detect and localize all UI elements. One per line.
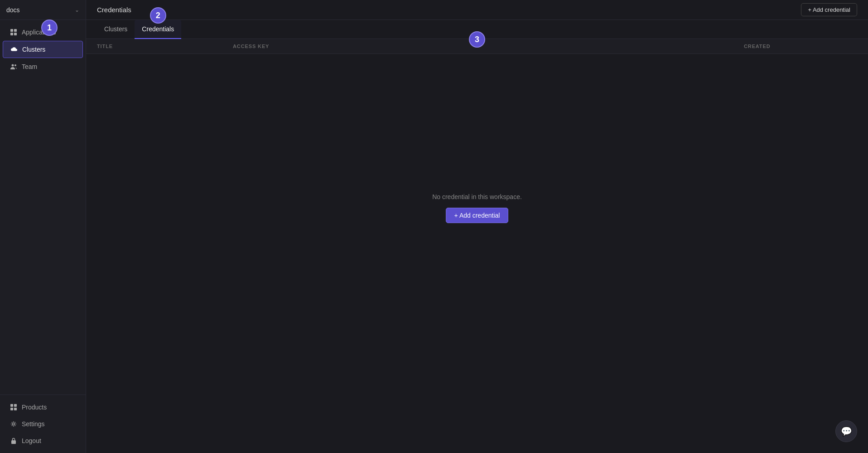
sidebar: docs ⌄ 1 Applications <box>0 0 86 453</box>
svg-rect-6 <box>10 404 13 407</box>
sidebar-bottom: Products Settings Logout <box>0 395 86 453</box>
sidebar-item-products[interactable]: Products <box>3 399 83 415</box>
svg-point-4 <box>12 64 14 67</box>
chat-button[interactable]: 💬 <box>835 420 857 442</box>
sidebar-item-settings-label: Settings <box>22 420 45 428</box>
empty-state-message: No credential in this workspace. <box>432 193 522 200</box>
tabs-bar: Clusters 2 Credentials <box>86 20 868 39</box>
main-header: Credentials + Add credential <box>86 0 868 20</box>
cloud-icon <box>10 46 18 53</box>
workspace-chevron-icon: ⌄ <box>75 7 79 13</box>
column-header-title: TITLE <box>97 44 233 49</box>
users-icon <box>10 63 17 70</box>
logout-lock-icon <box>10 437 17 444</box>
chat-icon: 💬 <box>841 426 852 437</box>
products-grid-icon <box>10 404 17 411</box>
workspace-name: docs <box>6 6 20 14</box>
settings-gear-icon <box>10 420 17 428</box>
add-credential-button-header[interactable]: + Add credential <box>801 3 857 16</box>
svg-rect-9 <box>14 408 17 410</box>
svg-rect-2 <box>10 33 13 35</box>
sidebar-item-team[interactable]: Team <box>3 58 83 75</box>
svg-rect-11 <box>11 440 16 444</box>
sidebar-item-applications[interactable]: 1 Applications <box>3 24 83 40</box>
sidebar-nav: 1 Applications <box>0 20 86 395</box>
sidebar-item-settings[interactable]: Settings <box>3 416 83 432</box>
sidebar-item-clusters[interactable]: Clusters <box>3 41 83 58</box>
tab-clusters[interactable]: Clusters <box>97 20 135 39</box>
grid-icon <box>10 29 17 36</box>
empty-state: 3 No credential in this workspace. + Add… <box>86 54 868 453</box>
svg-point-5 <box>14 64 16 66</box>
page-title: Credentials <box>97 6 131 14</box>
svg-rect-8 <box>10 408 13 410</box>
tab-credentials[interactable]: 2 Credentials <box>135 20 181 39</box>
svg-rect-1 <box>14 29 17 32</box>
sidebar-item-products-label: Products <box>22 404 47 411</box>
svg-rect-0 <box>10 29 13 32</box>
sidebar-item-logout-label: Logout <box>22 437 41 444</box>
table-header: TITLE ACCESS KEY CREATED <box>86 39 868 54</box>
svg-point-10 <box>13 423 15 425</box>
sidebar-item-clusters-label: Clusters <box>22 46 45 53</box>
column-header-created: CREATED <box>744 44 857 49</box>
sidebar-item-applications-label: Applications <box>22 29 56 36</box>
sidebar-item-logout[interactable]: Logout <box>3 433 83 449</box>
sidebar-item-team-label: Team <box>22 63 37 70</box>
svg-rect-3 <box>14 33 17 35</box>
column-header-access-key: ACCESS KEY <box>233 44 744 49</box>
add-credential-button-empty[interactable]: + Add credential <box>446 208 509 223</box>
workspace-selector[interactable]: docs ⌄ <box>0 0 86 20</box>
svg-rect-7 <box>14 404 17 407</box>
main-content: Credentials + Add credential Clusters 2 … <box>86 0 868 453</box>
